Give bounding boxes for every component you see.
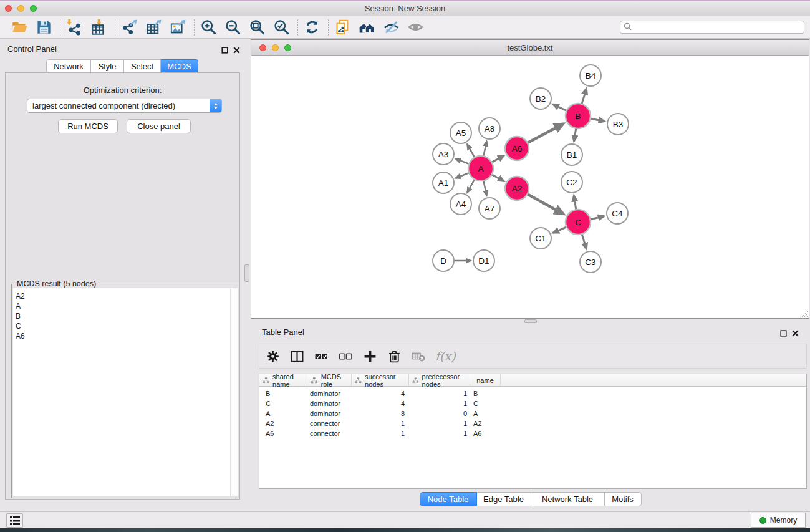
show-all-button[interactable] — [406, 18, 425, 37]
table-cell[interactable]: 8 — [352, 410, 409, 417]
node-B[interactable]: B — [566, 104, 591, 128]
zoom-fit-button[interactable] — [248, 18, 266, 37]
table-cell[interactable]: dominator — [307, 390, 352, 397]
table-cell[interactable]: dominator — [307, 410, 352, 417]
close-table-panel-icon[interactable] — [792, 328, 799, 339]
table-cell[interactable]: 1 — [352, 430, 409, 437]
node-C1[interactable]: C1 — [530, 228, 551, 249]
node-A3[interactable]: A3 — [433, 143, 454, 165]
zoom-out-button[interactable] — [223, 18, 242, 37]
table-cell[interactable]: A6 — [470, 430, 501, 437]
close-panel-icon[interactable] — [233, 45, 240, 56]
table-cell[interactable]: C — [259, 400, 307, 407]
table-cell[interactable]: B — [470, 390, 501, 397]
function-builder-button[interactable]: f(x) — [435, 349, 456, 363]
table-cell[interactable]: A6 — [259, 430, 307, 437]
delete-table-button[interactable] — [411, 349, 426, 364]
table-cell[interactable]: 1 — [409, 430, 470, 437]
table-row[interactable]: A2connector11A2 — [259, 418, 806, 428]
import-table-button[interactable] — [89, 18, 108, 37]
table-cell[interactable]: connector — [307, 430, 352, 437]
column-header-successor-nodes[interactable]: successor nodes — [352, 374, 409, 386]
node-D[interactable]: D — [433, 250, 454, 271]
table-cell[interactable]: A2 — [259, 420, 307, 427]
search-input[interactable] — [634, 22, 804, 32]
refresh-button[interactable] — [302, 18, 321, 37]
memory-button[interactable]: Memory — [751, 513, 806, 528]
delete-columns-button[interactable] — [387, 349, 402, 364]
table-cell[interactable]: 1 — [409, 400, 470, 407]
node-A2[interactable]: A2 — [505, 177, 529, 200]
select-all-button[interactable] — [314, 349, 329, 364]
network-from-selection-button[interactable] — [333, 18, 352, 37]
tab-node-table[interactable]: Node Table — [420, 492, 477, 506]
run-mcds-button[interactable]: Run MCDS — [58, 119, 118, 133]
node-B1[interactable]: B1 — [561, 144, 582, 165]
node-C4[interactable]: C4 — [607, 203, 628, 224]
table-cell[interactable]: A — [259, 410, 307, 417]
export-image-button[interactable] — [168, 18, 187, 37]
node-A7[interactable]: A7 — [479, 198, 500, 219]
table-cell[interactable]: 0 — [409, 410, 470, 417]
node-A6[interactable]: A6 — [505, 137, 529, 160]
mcds-result-item[interactable]: A6 — [16, 331, 238, 341]
table-cell[interactable]: 4 — [352, 400, 409, 407]
mcds-result-item[interactable]: A — [16, 301, 238, 311]
export-table-button[interactable] — [144, 18, 163, 37]
settings-button[interactable] — [265, 349, 280, 364]
vertical-splitter-handle[interactable] — [244, 264, 249, 282]
column-header-name[interactable]: name — [470, 374, 501, 386]
zoom-in-button[interactable] — [199, 18, 218, 37]
add-column-button[interactable] — [362, 349, 377, 364]
tab-network-table[interactable]: Network Table — [531, 492, 605, 506]
table-cell[interactable]: A — [470, 410, 501, 417]
table-cell[interactable]: connector — [307, 420, 352, 427]
mcds-result-item[interactable]: C — [16, 321, 238, 331]
table-row[interactable]: Bdominator41B — [259, 389, 806, 399]
node-A[interactable]: A — [468, 156, 493, 181]
tab-network[interactable]: Network — [46, 59, 91, 73]
tab-motifs[interactable]: Motifs — [605, 492, 642, 506]
node-D1[interactable]: D1 — [473, 250, 494, 271]
hide-selected-button[interactable] — [382, 18, 400, 37]
float-panel-icon[interactable] — [221, 45, 228, 56]
tab-edge-table[interactable]: Edge Table — [477, 492, 531, 506]
table-cell[interactable]: 1 — [352, 420, 409, 427]
node-B4[interactable]: B4 — [580, 65, 601, 86]
node-C[interactable]: C — [566, 210, 591, 235]
search-field[interactable] — [620, 21, 804, 34]
tab-mcds[interactable]: MCDS — [161, 59, 198, 73]
open-session-button[interactable] — [10, 18, 29, 37]
column-header-predecessor-nodes[interactable]: predecessor nodes — [409, 374, 470, 386]
column-header-MCDS-role[interactable]: MCDS role — [307, 374, 352, 386]
zoom-selected-button[interactable] — [272, 18, 291, 37]
first-neighbors-button[interactable] — [357, 18, 376, 37]
table-row[interactable]: A6connector11A6 — [259, 428, 806, 438]
table-cell[interactable]: B — [259, 390, 307, 397]
table-cell[interactable]: A2 — [470, 420, 501, 427]
optimization-criterion-select[interactable]: largest connected component (directed) — [27, 99, 222, 113]
close-panel-button[interactable]: Close panel — [127, 119, 191, 133]
node-B2[interactable]: B2 — [530, 88, 551, 109]
node-A1[interactable]: A1 — [433, 172, 454, 193]
node-A4[interactable]: A4 — [450, 193, 471, 215]
split-view-button[interactable] — [289, 349, 304, 364]
table-cell[interactable]: 1 — [409, 390, 470, 397]
save-session-button[interactable] — [34, 18, 53, 37]
result-scrollbar[interactable] — [230, 288, 238, 496]
window-resize-grip-icon[interactable] — [799, 309, 808, 317]
node-A5[interactable]: A5 — [450, 122, 471, 143]
table-cell[interactable]: 1 — [409, 420, 470, 427]
table-cell[interactable]: C — [470, 400, 501, 407]
deselect-all-button[interactable] — [338, 349, 353, 364]
table-cell[interactable]: dominator — [307, 400, 352, 407]
node-C2[interactable]: C2 — [561, 172, 582, 193]
table-row[interactable]: Adominator80A — [259, 409, 806, 418]
show-panels-list-button[interactable] — [6, 513, 23, 528]
tab-select[interactable]: Select — [124, 59, 161, 73]
mcds-result-item[interactable]: A2 — [16, 291, 238, 301]
network-canvas[interactable]: AA2A6BCA1A3A4A5A7A8B1B2B3B4C1C2C3C4DD1 — [251, 56, 809, 318]
export-network-button[interactable] — [120, 18, 138, 37]
mcds-result-item[interactable]: B — [16, 311, 238, 321]
node-C3[interactable]: C3 — [580, 251, 601, 273]
